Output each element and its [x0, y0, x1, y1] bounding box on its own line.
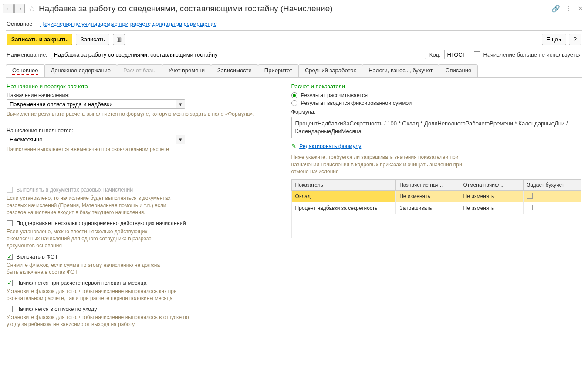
- pencil-icon: ✎: [291, 143, 296, 149]
- radio-calculated-label: Результат рассчитывается: [301, 92, 368, 98]
- chk-fot[interactable]: [7, 254, 13, 260]
- chk-firsthalf-label: Начисляется при расчете первой половины …: [16, 280, 146, 286]
- section-purpose: Назначение и порядок расчета: [7, 83, 283, 90]
- chk-onetime: [7, 187, 13, 193]
- table-row[interactable]: Процент надбавки за секретность Запрашив…: [291, 202, 581, 214]
- favorite-icon[interactable]: ☆: [28, 4, 35, 13]
- tab-priority[interactable]: Приоритет: [258, 64, 299, 77]
- formula-box: ПроцентНадбавкиЗаСекретность / 100 * Окл…: [291, 117, 581, 138]
- subnav-main[interactable]: Основное: [7, 20, 33, 27]
- chk-leave-label: Начисляется в отпуске по уходу: [16, 306, 97, 312]
- name-label: Наименование:: [7, 51, 47, 58]
- row-acc-checkbox[interactable]: [527, 193, 533, 199]
- th-assign[interactable]: Назначение нач...: [396, 179, 460, 190]
- not-used-checkbox[interactable]: [474, 51, 480, 57]
- perform-dropdown-button[interactable]: ▾: [176, 135, 185, 144]
- tab-desc[interactable]: Описание: [439, 64, 478, 77]
- radio-fixed-label: Результат вводится фиксированной суммой: [301, 100, 412, 106]
- chk-multiple-label: Поддерживает несколько одновременно дейс…: [16, 220, 186, 226]
- tab-time[interactable]: Учет времени: [162, 64, 211, 77]
- radio-calculated[interactable]: [291, 92, 297, 98]
- more-button[interactable]: Еще: [542, 34, 566, 45]
- table-row[interactable]: Оклад Не изменять Не изменять: [291, 190, 581, 202]
- chk-firsthalf[interactable]: [7, 280, 13, 286]
- tab-money[interactable]: Денежное содержание: [44, 64, 117, 77]
- purpose-label: Назначение начисления:: [7, 92, 283, 98]
- radio-fixed[interactable]: [291, 100, 297, 106]
- chk-leave[interactable]: [7, 306, 13, 312]
- window-title: Надбавка за работу со сведениями, состав…: [39, 4, 333, 13]
- code-input[interactable]: [444, 50, 470, 59]
- chk4-help: Установите флажок для того, чтобы начисл…: [7, 288, 189, 302]
- help-button[interactable]: ?: [569, 34, 581, 45]
- perform-dropdown[interactable]: [7, 135, 176, 144]
- purpose-dropdown[interactable]: [7, 99, 176, 109]
- tab-base[interactable]: Расчет базы: [117, 64, 162, 77]
- code-label: Код:: [429, 51, 441, 58]
- chk-fot-label: Включать в ФОТ: [16, 254, 58, 260]
- subnav-link[interactable]: Начисления не учитываемые при расчете до…: [41, 20, 217, 27]
- save-close-button[interactable]: Записать и закрыть: [7, 34, 72, 45]
- tab-main[interactable]: Основное: [6, 64, 45, 77]
- edit-formula-link[interactable]: Редактировать формулу: [299, 143, 361, 149]
- row-acc-checkbox[interactable]: [527, 205, 533, 210]
- forward-button[interactable]: →: [14, 4, 25, 13]
- th-indicator[interactable]: Показатель: [291, 179, 396, 190]
- not-used-label: Начисление больше не используется: [483, 51, 581, 58]
- name-input[interactable]: [51, 50, 426, 59]
- perform-label: Начисление выполняется:: [7, 128, 283, 134]
- section-calc: Расчет и показатели: [291, 83, 581, 90]
- list-icon-button[interactable]: ▥: [113, 34, 125, 45]
- indicators-help: Ниже укажите, требуется ли запрашивать з…: [291, 154, 474, 175]
- tab-avg[interactable]: Средний заработок: [298, 64, 362, 77]
- formula-label: Формула:: [291, 109, 581, 115]
- chk1-help: Если установлено, то начисление будет вы…: [7, 195, 172, 216]
- chk3-help: Снимите флажок, если сумма по этому начи…: [7, 262, 172, 276]
- link-icon[interactable]: 🔗: [551, 4, 560, 13]
- th-acc[interactable]: Задает бухучет: [523, 179, 581, 190]
- tab-deps[interactable]: Зависимости: [211, 64, 258, 77]
- back-button[interactable]: ←: [3, 4, 14, 13]
- purpose-help: Вычисление результата расчета выполняетс…: [7, 111, 283, 118]
- table-empty: [291, 214, 581, 238]
- th-cancel[interactable]: Отмена начисл...: [460, 179, 523, 190]
- indicators-table: Показатель Назначение нач... Отмена начи…: [291, 179, 581, 238]
- chk5-help: Установите флажок для того, чтобы начисл…: [7, 314, 189, 328]
- tab-tax[interactable]: Налоги, взносы, бухучет: [362, 64, 439, 77]
- purpose-dropdown-button[interactable]: ▾: [176, 99, 185, 109]
- chk-multiple[interactable]: [7, 220, 13, 226]
- close-icon[interactable]: ✕: [578, 4, 583, 13]
- chk-onetime-label: Выполнять в документах разовых начислени…: [16, 187, 133, 193]
- kebab-icon[interactable]: ⋮: [565, 4, 572, 13]
- save-button[interactable]: Записать: [76, 34, 110, 45]
- chk2-help: Если установлено, можно ввести несколько…: [7, 228, 172, 249]
- perform-help: Начисление выполняется ежемесячно при ок…: [7, 146, 283, 153]
